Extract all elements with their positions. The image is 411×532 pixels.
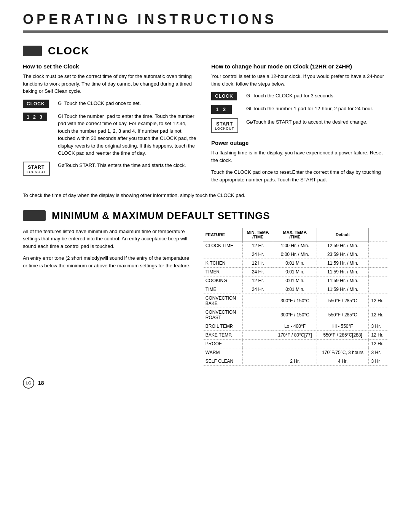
min-val-cell: 300°F / 150°C xyxy=(273,294,317,308)
clock-section-bar xyxy=(23,46,42,56)
table-row: WARM 170°F/75°C, 3 hours 3 Hr. xyxy=(203,348,388,357)
clock-section-header: CLOCK xyxy=(23,45,388,57)
max-val-cell xyxy=(317,339,369,348)
feature-cell: KITCHEN xyxy=(203,259,242,267)
default-cell: 12 Hr. xyxy=(369,308,388,322)
sub-mode-cell xyxy=(243,294,273,308)
default-cell: 12 Hr. xyxy=(369,330,388,339)
feature-cell: BAKE TEMP. xyxy=(203,330,242,339)
clock-badge-r1: CLOCK xyxy=(211,92,242,100)
page-title: OPERATING INSTRUCTIONS xyxy=(23,11,388,27)
change-step-3: START LOCKOUT GøTouch the START pad to a… xyxy=(211,118,388,133)
feature-cell: CONVECTIONBAKE xyxy=(203,294,242,308)
min-val-cell xyxy=(273,348,317,357)
min-val-cell: 0:01 Min. xyxy=(273,267,317,276)
settings-table: FEATURE MIN. TEMP./TIME MAX. TEMP./TIME … xyxy=(203,228,388,366)
minmax-left-col: All of the features listed have minimum … xyxy=(23,228,191,366)
table-row: CLOCK TIME 12 Hr. 1:00 Hr. / Min. 12:59 … xyxy=(203,241,388,250)
change-step-2-text: GI Touch the number 1 pad for 12-hour, 2… xyxy=(246,105,388,113)
default-cell xyxy=(369,276,388,285)
sub-mode-cell: 12 Hr. xyxy=(243,259,273,267)
max-val-cell: 12:59 Hr. / Min. xyxy=(317,241,369,250)
default-cell: 3 Hr. xyxy=(369,322,388,330)
table-row: SELF CLEAN 2 Hr. 4 Hr. 3 Hr xyxy=(203,357,388,365)
feature-cell: SELF CLEAN xyxy=(203,357,242,365)
feature-cell xyxy=(203,250,242,259)
minmax-section-header: MINIMUM & MAXIMUM DEFAULT SETTINGS xyxy=(23,210,388,222)
table-row: CONVECTIONROAST 300°F / 150°C 550°F / 28… xyxy=(203,308,388,322)
power-outage-text2: Touch the CLOCK pad once to reset.Enter … xyxy=(211,168,388,183)
th-default: Default xyxy=(317,228,369,241)
clock-step-3-text: GøTouch START. This enters the time and … xyxy=(58,162,200,169)
table-row: BAKE TEMP. 170°F / 80°C[77] 550°F / 285°… xyxy=(203,330,388,339)
th-max-temp: MAX. TEMP./TIME xyxy=(273,228,317,241)
max-val-cell: 11:59 Hr. / Min. xyxy=(317,285,369,294)
power-outage-title: Power outage xyxy=(211,140,388,146)
table-row: COOKING 12 Hr. 0:01 Min. 11:59 Hr. / Min… xyxy=(203,276,388,285)
start-label-r3: START LOCKOUT xyxy=(211,118,238,133)
max-val-cell: 11:59 Hr. / Min. xyxy=(317,259,369,267)
lg-logo: LG xyxy=(23,377,34,389)
default-cell: 12 Hr. xyxy=(369,339,388,348)
change-step-1: CLOCK G Touch the CLOCK pad for 3 second… xyxy=(211,92,388,100)
sub-mode-cell xyxy=(243,339,273,348)
minmax-content: All of the features listed have minimum … xyxy=(0,228,411,366)
num-badge-1: 1 2 3 xyxy=(23,113,53,121)
th-min-temp: MIN. TEMP./TIME xyxy=(243,228,273,241)
table-row: TIMER 24 Hr. 0:01 Min. 11:59 Hr. / Min. xyxy=(203,267,388,276)
footer: LG 18 xyxy=(0,366,411,400)
sub-mode-cell: 24 Hr. xyxy=(243,250,273,259)
feature-cell: BROIL TEMP. xyxy=(203,322,242,330)
clock-badge-1: CLOCK xyxy=(23,100,53,108)
feature-cell: CLOCK TIME xyxy=(203,241,242,250)
table-row: TIME 24 Hr. 0:01 Min. 11:59 Hr. / Min. xyxy=(203,285,388,294)
max-val-cell: 11:59 Hr. / Min. xyxy=(317,267,369,276)
clock-content: How to set the Clock The clock must be s… xyxy=(0,63,411,188)
clock-label-r1: CLOCK xyxy=(211,92,237,100)
minmax-section-bar xyxy=(23,210,46,221)
minmax-text1: All of the features listed have minimum … xyxy=(23,228,191,250)
change-step-1-text: G Touch the CLOCK pad for 3 seconds. xyxy=(246,92,388,100)
max-val-cell: 23:59 Hr. / Min. xyxy=(317,250,369,259)
start-badge-1: START LOCKOUT xyxy=(23,162,53,176)
default-cell: 3 Hr. xyxy=(369,348,388,357)
sub-mode-cell: 24 Hr. xyxy=(243,267,273,276)
clock-bottom-note: To check the time of day when the displa… xyxy=(0,192,411,199)
sub-mode-cell xyxy=(243,308,273,322)
min-val-cell: 0:00 Hr. / Min. xyxy=(273,250,317,259)
sub-mode-cell: 12 Hr. xyxy=(243,241,273,250)
max-val-cell: 4 Hr. xyxy=(317,357,369,365)
num-label-1: 1 2 3 xyxy=(23,113,47,121)
sub-mode-cell xyxy=(243,322,273,330)
clock-label-1: CLOCK xyxy=(23,100,49,108)
min-val-cell: Lo - 400°F xyxy=(273,322,317,330)
min-val-cell: 2 Hr. xyxy=(273,357,317,365)
num-label-r2: 1 2 xyxy=(211,105,232,114)
change-step-2: 1 2 GI Touch the number 1 pad for 12-hou… xyxy=(211,105,388,114)
feature-cell: TIMER xyxy=(203,267,242,276)
change-step-3-text: GøTouch the START pad to accept the desi… xyxy=(246,118,388,126)
power-outage-text1: If a flashing time is in the display, yo… xyxy=(211,149,388,164)
set-clock-text: The clock must be set to the correct tim… xyxy=(23,73,200,95)
clock-step-1-text: G Touch the CLOCK pad once to set. xyxy=(58,100,200,107)
max-val-cell: 550°F / 285°C[288] xyxy=(317,330,369,339)
min-val-cell: 0:01 Min. xyxy=(273,285,317,294)
min-val-cell: 300°F / 150°C xyxy=(273,308,317,322)
set-clock-title: How to set the Clock xyxy=(23,63,200,70)
min-val-cell: 0:01 Min. xyxy=(273,276,317,285)
header: OPERATING INSTRUCTIONS xyxy=(0,0,411,37)
sub-mode-cell xyxy=(243,348,273,357)
default-cell xyxy=(369,267,388,276)
table-row: KITCHEN 12 Hr. 0:01 Min. 11:59 Hr. / Min… xyxy=(203,259,388,267)
table-row: 24 Hr. 0:00 Hr. / Min. 23:59 Hr. / Min. xyxy=(203,250,388,259)
minmax-text2: An entry error tone (2 short melody)will… xyxy=(23,254,191,269)
table-row: PROOF 12 Hr. xyxy=(203,339,388,348)
feature-cell: WARM xyxy=(203,348,242,357)
max-val-cell: 550°F / 285°C xyxy=(317,294,369,308)
feature-cell: PROOF xyxy=(203,339,242,348)
feature-cell: TIME xyxy=(203,285,242,294)
clock-step-2-text: GI Touch the number pad to enter the tim… xyxy=(58,113,200,157)
clock-right-col: How to change hour mode on Clock (12HR o… xyxy=(211,63,388,188)
default-cell xyxy=(369,285,388,294)
start-label-1: START LOCKOUT xyxy=(23,162,50,176)
